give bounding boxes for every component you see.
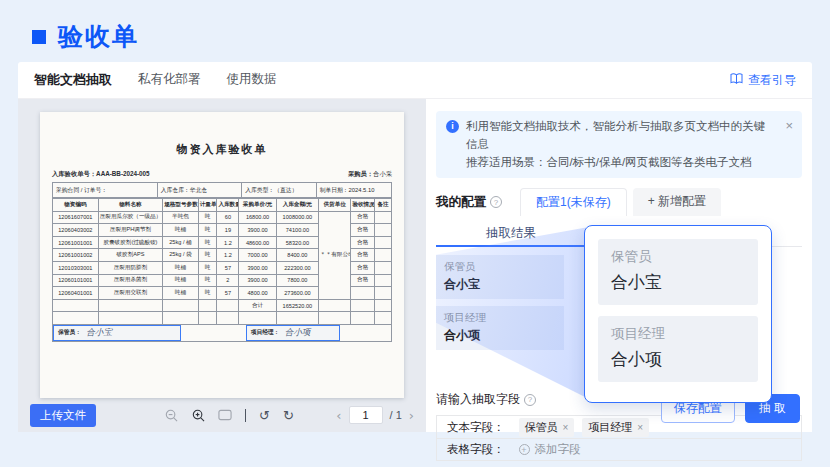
- document-preview-panel: 物资入库验收单 入库验收单号：AAA-BB-2024-005 采购员：合小采 采…: [18, 99, 426, 432]
- doc-cell: 19: [217, 224, 239, 237]
- banner-line2: 推荐适用场景：合同/标书/保单/网页截图等各类电子文档: [466, 154, 776, 172]
- rotate-right-icon[interactable]: ↻: [283, 408, 294, 423]
- next-page-icon[interactable]: ›: [409, 408, 414, 423]
- doc-cell: [98, 312, 162, 325]
- doc-col-header: 规格型号参数: [163, 199, 199, 212]
- doc-col-header: 入库数量: [217, 199, 239, 212]
- table-field-row: 表格字段： + 添加字段: [437, 438, 801, 460]
- field-help-icon[interactable]: ?: [524, 394, 536, 406]
- info-icon: i: [446, 120, 459, 133]
- config-help-icon[interactable]: ?: [490, 196, 502, 208]
- field-tag-label: 保管员: [525, 420, 558, 435]
- popup-result-card: 项目经理合小项: [598, 316, 758, 382]
- doc-info-line: 入库验收单号：AAA-BB-2024-005 采购员：合小采: [52, 170, 392, 179]
- nav-tab[interactable]: 私有化部署: [138, 71, 201, 89]
- add-field-button[interactable]: + 添加字段: [519, 442, 581, 457]
- doc-col-header: 物料名称: [98, 199, 162, 212]
- pm-label: 项目经理：: [251, 328, 280, 337]
- doc-cell: 58320.00: [276, 236, 318, 249]
- doc-cell: 12061001001: [53, 236, 99, 249]
- doc-cell: [239, 312, 276, 325]
- doc-cell: 半吨包: [163, 211, 199, 224]
- doc-cell: 57: [217, 261, 239, 274]
- add-config-tab[interactable]: + 新增配置: [633, 188, 721, 216]
- doc-table: 物资编码物料名称规格型号参数计量单位入库数量采购单价/元入库金额/元供货单位验收…: [52, 198, 392, 325]
- config-tabs: 配置1(未保存) + 新增配置: [520, 188, 721, 216]
- title-square-icon: [32, 30, 46, 44]
- doc-buyer: 合小采: [373, 170, 392, 177]
- doc-cell: [375, 287, 392, 300]
- doc-cell: 吨: [198, 224, 217, 237]
- doc-cell: 12060401001: [53, 287, 99, 300]
- tag-remove-icon[interactable]: ×: [563, 422, 569, 433]
- doc-cell: [53, 299, 99, 312]
- keeper-detection-box[interactable]: 保管员： 合小宝: [53, 325, 181, 341]
- book-icon: [730, 73, 743, 87]
- doc-cell: 57: [217, 287, 239, 300]
- doc-cell: 合格: [351, 274, 375, 287]
- doc-cell: [375, 224, 392, 237]
- table-field-label: 表格字段：: [447, 442, 505, 457]
- doc-cell: 1652520.00: [276, 299, 318, 312]
- page-number-input[interactable]: [349, 406, 383, 424]
- doc-buyer-label: 采购员：: [348, 170, 373, 177]
- doc-cell: 16800.00: [239, 211, 276, 224]
- doc-cell: [375, 236, 392, 249]
- zoom-in-icon[interactable]: [191, 408, 205, 422]
- extraction-panel: i 利用智能文档抽取技术，智能分析与抽取多页文档中的关键信息 推荐适用场景：合同…: [426, 99, 812, 432]
- doc-table-row: 12061607001压裂用瓜尔胶（一级品）半吨包吨6016800.001008…: [53, 211, 392, 224]
- tag-remove-icon[interactable]: ×: [637, 422, 643, 433]
- doc-signature-row: 保管员： 合小宝 项目经理： 合小项: [52, 325, 392, 342]
- main-card: 智能文档抽取私有化部署使用数据 查看引导 物资入库验收单 入库验收单号：AAA-…: [18, 62, 812, 432]
- pm-detection-box[interactable]: 项目经理： 合小项: [246, 325, 341, 341]
- view-guide-link[interactable]: 查看引导: [730, 72, 796, 89]
- upload-file-button[interactable]: 上传文件: [30, 404, 96, 427]
- doc-cell: 吨: [198, 274, 217, 287]
- doc-cell: [319, 299, 351, 312]
- doc-cell: 7800.00: [276, 274, 318, 287]
- magnifier-beam: [436, 227, 586, 397]
- doc-table-header: 物资编码物料名称规格型号参数计量单位入库数量采购单价/元入库金额/元供货单位验收…: [53, 199, 392, 212]
- rotate-left-icon[interactable]: ↺: [259, 408, 270, 423]
- nav-tab[interactable]: 智能文档抽取: [34, 71, 112, 89]
- field-tag[interactable]: 项目经理×: [582, 418, 649, 437]
- doc-cell: [375, 299, 392, 312]
- doc-cell: 1008000.00: [276, 211, 318, 224]
- doc-cell: 12060101001: [53, 274, 99, 287]
- banner-line1: 利用智能文档抽取技术，智能分析与抽取多页文档中的关键信息: [466, 118, 776, 154]
- doc-receipt-no-label: 入库验收单号：: [52, 170, 96, 177]
- doc-cell: 吨桶: [163, 224, 199, 237]
- banner-close-icon[interactable]: ×: [785, 116, 793, 136]
- doc-cell: [217, 299, 239, 312]
- prev-page-icon[interactable]: ‹: [336, 408, 341, 423]
- zoom-out-icon[interactable]: [164, 408, 178, 422]
- nav-tab[interactable]: 使用数据: [227, 71, 277, 89]
- doc-cell: [351, 299, 375, 312]
- plus-circle-icon: +: [519, 444, 530, 455]
- doc-cell: [163, 312, 199, 325]
- doc-table-body: 12061607001压裂用瓜尔胶（一级品）半吨包吨6016800.001008…: [53, 211, 392, 324]
- pm-signature: 合小项: [285, 327, 311, 339]
- doc-cell: [217, 312, 239, 325]
- field-tag-label: 项目经理: [588, 420, 632, 435]
- doc-cell: 12060403002: [53, 224, 99, 237]
- doc-cell: 吨: [198, 236, 217, 249]
- doc-col-header: 验收情况: [351, 199, 375, 212]
- doc-cell: [375, 249, 392, 262]
- config-tab-1[interactable]: 配置1(未保存): [520, 188, 627, 216]
- text-field-tags: 保管员×项目经理×: [519, 418, 658, 437]
- doc-cell: [53, 312, 99, 325]
- doc-cell: 合格: [351, 236, 375, 249]
- doc-total-row: 合计1652520.00: [53, 299, 392, 312]
- doc-cell: 合格: [351, 224, 375, 237]
- doc-cell: [351, 287, 375, 300]
- doc-cell: [198, 312, 217, 325]
- doc-cell: [163, 299, 199, 312]
- field-tag[interactable]: 保管员×: [519, 418, 575, 437]
- doc-cell: 273600.00: [276, 287, 318, 300]
- doc-cell: 3900.00: [239, 224, 276, 237]
- fit-view-icon[interactable]: [218, 408, 232, 422]
- doc-cell: [319, 312, 351, 325]
- document-image[interactable]: 物资入库验收单 入库验收单号：AAA-BB-2024-005 采购员：合小采 采…: [40, 112, 404, 398]
- doc-meta-contract: 采购合同 / 订单号：: [53, 183, 158, 197]
